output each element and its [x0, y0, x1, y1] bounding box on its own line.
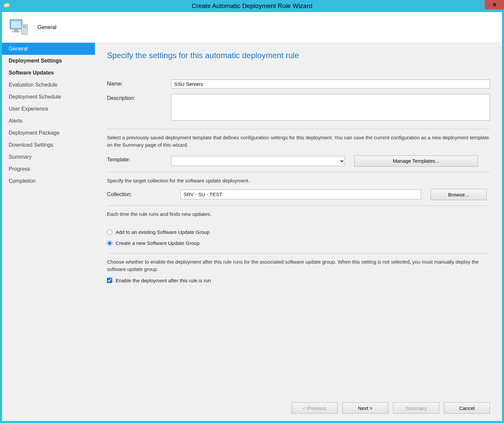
svg-rect-3 [11, 21, 21, 28]
divider [107, 129, 490, 129]
sidebar-item-general[interactable]: General [2, 43, 95, 55]
enable-deployment-checkbox-row[interactable]: Enable the deployment after this rule is… [107, 278, 490, 283]
sidebar-item-alerts[interactable]: Alerts [2, 115, 95, 127]
description-textarea[interactable] [171, 94, 490, 121]
enable-deployment-label: Enable the deployment after this rule is… [116, 278, 211, 283]
radio-create-new[interactable]: Create a new Software Update Group [107, 240, 490, 246]
sidebar: GeneralDeployment SettingsSoftware Updat… [2, 43, 95, 421]
template-select[interactable] [171, 156, 345, 166]
wizard-footer: < Previous Next > Summary Cancel [291, 402, 490, 414]
divider [107, 172, 490, 172]
collection-help-text: Specify the target collection for the so… [107, 177, 490, 184]
description-label: Description: [107, 94, 171, 101]
main-panel: Specify the settings for this automatic … [95, 43, 502, 421]
browse-button[interactable]: Browse... [430, 189, 487, 200]
close-icon: ✕ [492, 2, 497, 8]
manage-templates-button[interactable]: Manage Templates... [354, 155, 478, 167]
page-heading: Specify the settings for this automatic … [107, 51, 490, 60]
sidebar-item-deployment-schedule[interactable]: Deployment Schedule [2, 91, 95, 103]
sidebar-item-summary[interactable]: Summary [2, 151, 95, 163]
sidebar-item-evaluation-schedule[interactable]: Evaluation Schedule [2, 79, 95, 91]
enable-help-text: Choose whether to enable the deployment … [107, 258, 490, 273]
previous-button[interactable]: < Previous [291, 402, 338, 414]
computer-icon [9, 18, 29, 36]
each-time-text: Each time the rule runs and finds new up… [107, 210, 490, 218]
radio-add-existing[interactable]: Add to an existing Software Update Group [107, 229, 490, 235]
radio-add-label: Add to an existing Software Update Group [116, 229, 210, 235]
enable-deployment-checkbox[interactable] [107, 278, 112, 283]
divider [107, 253, 490, 254]
sidebar-item-download-settings[interactable]: Download Settings [2, 139, 95, 151]
titlebar: Create Automatic Deployment Rule Wizard … [0, 0, 504, 12]
wizard-window: Create Automatic Deployment Rule Wizard … [0, 0, 504, 423]
window-title: Create Automatic Deployment Rule Wizard [0, 2, 504, 10]
next-button[interactable]: Next > [342, 402, 388, 414]
sidebar-item-deployment-settings[interactable]: Deployment Settings [2, 55, 95, 67]
header-page-label: General [37, 24, 56, 30]
svg-rect-5 [12, 31, 20, 32]
sidebar-item-progress[interactable]: Progress [2, 163, 95, 175]
radio-add-existing-input[interactable] [107, 230, 112, 235]
collection-field: SRV - SU - TEST [180, 189, 421, 199]
svg-rect-7 [23, 26, 26, 28]
wizard-body: GeneralDeployment SettingsSoftware Updat… [2, 43, 502, 421]
summary-button[interactable]: Summary [393, 402, 439, 414]
sidebar-item-user-experience[interactable]: User Experience [2, 103, 95, 115]
name-input[interactable] [171, 80, 490, 89]
cancel-button[interactable]: Cancel [444, 402, 490, 414]
radio-create-label: Create a new Software Update Group [116, 240, 200, 246]
client-area: General GeneralDeployment SettingsSoftwa… [2, 12, 502, 421]
sidebar-item-deployment-package[interactable]: Deployment Package [2, 127, 95, 139]
template-label: Template: [107, 155, 171, 163]
collection-label: Collection: [107, 191, 171, 197]
sidebar-item-completion[interactable]: Completion [2, 175, 95, 187]
wizard-header: General [2, 12, 502, 43]
svg-rect-4 [14, 30, 18, 31]
name-label: Name: [107, 80, 171, 87]
close-button[interactable]: ✕ [485, 0, 504, 9]
divider [107, 205, 490, 206]
radio-create-new-input[interactable] [107, 241, 112, 246]
sidebar-item-software-updates[interactable]: Software Updates [2, 67, 95, 79]
template-help-text: Select a previously saved deployment tem… [107, 134, 490, 149]
